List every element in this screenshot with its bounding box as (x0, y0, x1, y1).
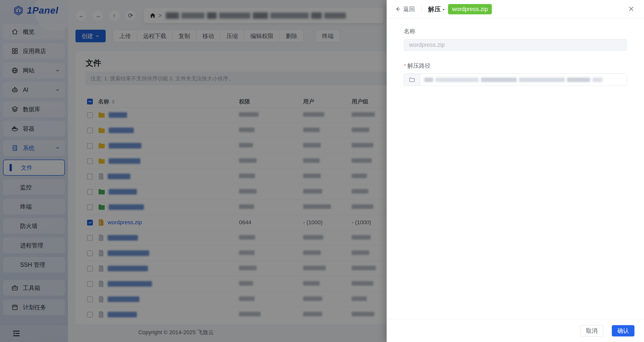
back-button[interactable]: 返回 (395, 5, 415, 13)
extract-path-input[interactable] (420, 74, 627, 86)
header-divider (421, 6, 422, 12)
redacted-path (519, 78, 565, 82)
name-field: wordpress.zip (404, 39, 627, 51)
file-tag-badge: wordpress.zip (448, 4, 492, 14)
cancel-button[interactable]: 取消 (580, 325, 603, 336)
drawer-title: 解压 - (428, 5, 445, 13)
drawer-body: 名称 wordpress.zip 解压路径 (387, 18, 644, 86)
extract-path-field (404, 73, 627, 86)
redacted-path (435, 78, 479, 82)
drawer-header: 返回 解压 - wordpress.zip ✕ (387, 0, 644, 18)
redacted-path (481, 78, 517, 82)
close-icon[interactable]: ✕ (628, 5, 634, 13)
redacted-path (424, 78, 433, 82)
drawer-footer: 取消 确认 (387, 319, 644, 342)
folder-picker-button[interactable] (404, 74, 420, 86)
confirm-button[interactable]: 确认 (612, 325, 634, 336)
extract-drawer: 返回 解压 - wordpress.zip ✕ 名称 wordpress.zip… (387, 0, 644, 342)
redacted-path (567, 78, 590, 82)
folder-icon (409, 77, 415, 83)
back-button-label: 返回 (403, 5, 415, 13)
path-field-label: 解压路径 (404, 62, 627, 70)
name-field-label: 名称 (404, 27, 627, 35)
arrow-left-icon (395, 6, 401, 12)
redacted-path (592, 78, 602, 82)
